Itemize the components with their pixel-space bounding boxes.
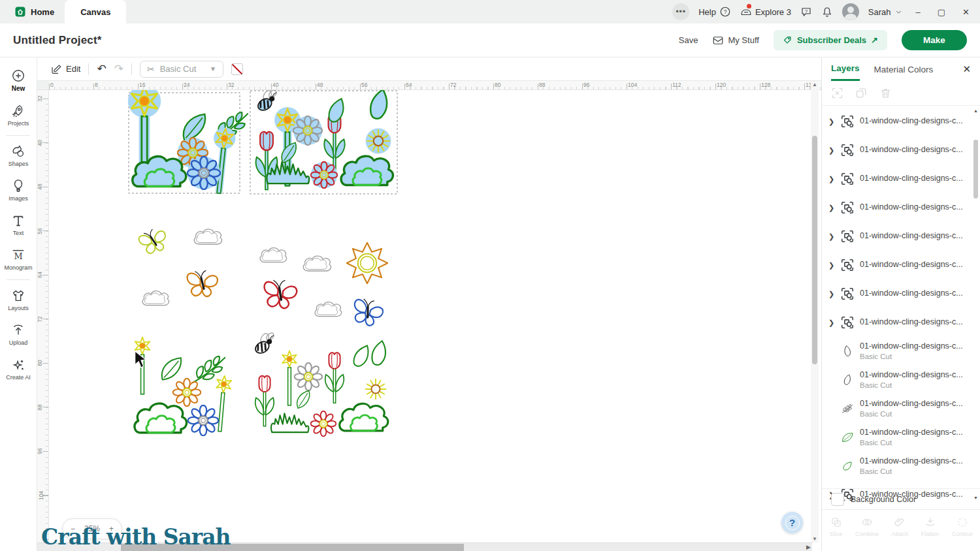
canvas-shape-petal[interactable] bbox=[327, 97, 346, 124]
canvas-shape-dandelion[interactable] bbox=[366, 129, 391, 154]
canvas-shape-daisy8[interactable] bbox=[295, 363, 323, 391]
notifications-bell-icon[interactable] bbox=[821, 6, 833, 18]
panel-scroll-thumb[interactable] bbox=[973, 140, 978, 198]
canvas-shape-cloud[interactable] bbox=[315, 302, 342, 317]
make-button[interactable]: Make bbox=[902, 30, 967, 50]
delete-trash-icon[interactable] bbox=[879, 87, 892, 99]
sidebar-item-text[interactable]: Text bbox=[0, 208, 37, 242]
layer-row[interactable]: ❯01-window-cling-designs-c... bbox=[822, 251, 980, 279]
background-color-swatch[interactable] bbox=[831, 493, 844, 506]
no-fill-color-swatch[interactable] bbox=[231, 63, 243, 75]
background-color-row[interactable]: Background Color bbox=[822, 488, 980, 509]
canvas-shape-tulip[interactable] bbox=[255, 376, 274, 426]
duplicate-icon[interactable] bbox=[855, 87, 868, 99]
layer-row[interactable]: ❯01-window-cling-designs-c... bbox=[822, 222, 980, 251]
scroll-right-arrow[interactable]: ▶ bbox=[806, 544, 811, 550]
sidebar-item-projects[interactable]: Projects bbox=[0, 98, 37, 133]
canvas-shape-daisy8[interactable] bbox=[173, 379, 201, 407]
tab-home[interactable]: Home bbox=[4, 0, 65, 24]
help-fab-button[interactable]: ? bbox=[781, 512, 803, 533]
slice-button[interactable]: Slice bbox=[830, 516, 843, 537]
canvas-shape-petal[interactable] bbox=[370, 339, 387, 366]
layer-row[interactable]: ❯01-window-cling-designs-c... bbox=[822, 279, 980, 308]
layer-row[interactable]: 01-window-cling-designs-c...Basic Cut bbox=[822, 452, 980, 480]
sidebar-item-new[interactable]: New bbox=[0, 63, 37, 98]
canvas-shape-daisy8[interactable] bbox=[311, 411, 336, 437]
vertical-scroll-thumb[interactable] bbox=[812, 136, 817, 364]
linetype-dropdown[interactable]: ✂ Basic Cut ▼ bbox=[140, 61, 223, 78]
expand-chevron-icon[interactable]: ❯ bbox=[828, 146, 835, 155]
window-maximize-button[interactable]: ▢ bbox=[934, 7, 949, 17]
canvas-shape-cloud[interactable] bbox=[142, 291, 169, 306]
machine-select-button[interactable]: Explore 3 bbox=[740, 6, 791, 18]
layer-row[interactable]: ❯01-window-cling-designs-c... bbox=[822, 136, 980, 165]
subscriber-deals-button[interactable]: Subscriber Deals ↗ bbox=[774, 30, 887, 50]
project-title[interactable]: Untitled Project* bbox=[13, 34, 102, 47]
expand-chevron-icon[interactable]: ❯ bbox=[828, 290, 835, 298]
combine-button[interactable]: Combine bbox=[855, 516, 879, 537]
contour-button[interactable]: Contour bbox=[952, 516, 973, 537]
redo-button[interactable]: ↷ bbox=[114, 62, 123, 76]
layer-row[interactable]: ❯01-window-cling-designs-c... bbox=[822, 308, 980, 337]
canvas-shape-bee[interactable] bbox=[254, 90, 281, 113]
scroll-up-arrow[interactable]: ▲ bbox=[811, 82, 819, 87]
expand-chevron-icon[interactable]: ❯ bbox=[828, 261, 835, 270]
canvas-shape-dandelion[interactable] bbox=[364, 377, 387, 400]
scroll-up-arrow[interactable]: ▲ bbox=[973, 108, 979, 113]
canvas-shape-leaf[interactable] bbox=[159, 358, 184, 380]
sidebar-item-create-ai[interactable]: Create AI bbox=[0, 352, 37, 386]
window-minimize-button[interactable]: – bbox=[912, 7, 924, 17]
canvas-shape-butterfly[interactable] bbox=[188, 271, 218, 296]
canvas-shape-leaf[interactable] bbox=[180, 114, 209, 140]
user-avatar[interactable] bbox=[842, 3, 859, 20]
sidebar-item-layouts[interactable]: Layouts bbox=[0, 283, 37, 317]
canvas-shape-tulip[interactable] bbox=[325, 353, 344, 403]
expand-chevron-icon[interactable]: ❯ bbox=[828, 232, 835, 241]
canvas-shape-leaf[interactable] bbox=[294, 390, 313, 408]
save-button[interactable]: Save bbox=[679, 35, 698, 45]
my-stuff-button[interactable]: My Stuff bbox=[712, 35, 759, 46]
canvas-shape-daisy8[interactable] bbox=[188, 405, 219, 436]
panel-close-button[interactable]: ✕ bbox=[962, 63, 971, 75]
canvas-shape-daisy8[interactable] bbox=[311, 162, 338, 189]
flatten-button[interactable]: Flatten bbox=[921, 516, 939, 537]
window-close-button[interactable]: ✕ bbox=[958, 7, 973, 17]
sidebar-item-monogram[interactable]: M Monogram bbox=[0, 242, 37, 277]
canvas-shape-daisy8[interactable] bbox=[188, 157, 220, 189]
canvas-vertical-scrollbar[interactable]: ▲ ▼ bbox=[811, 81, 819, 543]
canvas-shape-bush[interactable] bbox=[135, 403, 187, 433]
design-canvas[interactable] bbox=[49, 90, 810, 542]
sidebar-item-images[interactable]: Images bbox=[0, 173, 37, 208]
layer-row[interactable]: 01-window-cling-designs-c...Basic Cut bbox=[822, 337, 980, 366]
tab-layers[interactable]: Layers bbox=[831, 57, 860, 81]
expand-chevron-icon[interactable]: ❯ bbox=[828, 319, 835, 327]
help-button[interactable]: Help ? bbox=[698, 6, 731, 18]
layer-row[interactable]: 01-window-cling-designs-c...Basic Cut bbox=[822, 366, 980, 394]
canvas-shape-branch[interactable] bbox=[193, 356, 225, 383]
edit-button[interactable]: Edit bbox=[50, 63, 80, 75]
canvas-shape-bee[interactable] bbox=[252, 330, 278, 356]
canvas-shape-sun[interactable] bbox=[347, 243, 388, 284]
canvas-shape-cloud[interactable] bbox=[194, 229, 221, 244]
canvas-shape-butterfly[interactable] bbox=[350, 296, 385, 328]
panel-scrollbar[interactable]: ▲ ▼ bbox=[973, 108, 979, 500]
layer-row[interactable]: 01-window-cling-designs-c...Basic Cut bbox=[822, 423, 980, 452]
layer-row[interactable]: ❯01-window-cling-designs-c... bbox=[822, 165, 980, 193]
canvas-shape-cloud[interactable] bbox=[260, 248, 287, 262]
layer-row[interactable]: ❯01-window-cling-designs-c... bbox=[822, 193, 980, 222]
canvas-shape-grass[interactable] bbox=[271, 413, 308, 432]
expand-chevron-icon[interactable]: ❯ bbox=[828, 175, 835, 183]
canvas-shape-bush[interactable] bbox=[341, 156, 393, 185]
sidebar-item-shapes[interactable]: Shapes bbox=[0, 138, 37, 173]
sidebar-item-upload[interactable]: Upload bbox=[0, 317, 37, 352]
canvas-shape-butterfly[interactable] bbox=[137, 226, 170, 257]
feedback-chat-icon[interactable]: ? bbox=[800, 6, 812, 18]
user-menu[interactable]: Sarah bbox=[868, 7, 903, 17]
undo-button[interactable]: ↶ bbox=[97, 62, 106, 76]
canvas-shape-leaf[interactable] bbox=[278, 142, 301, 163]
canvas-shape-daisy8[interactable] bbox=[293, 116, 323, 146]
scroll-down-arrow[interactable]: ▼ bbox=[811, 536, 819, 542]
select-all-icon[interactable] bbox=[831, 87, 843, 99]
expand-chevron-icon[interactable]: ❯ bbox=[828, 204, 835, 212]
more-options-button[interactable]: ••• bbox=[672, 3, 689, 20]
